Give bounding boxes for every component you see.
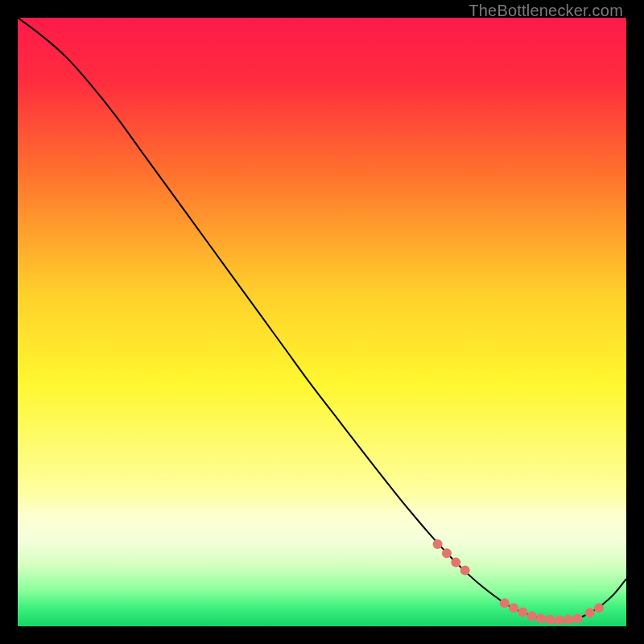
chart-frame: TheBottlenecker.com	[0, 0, 644, 644]
plot-area	[18, 18, 626, 626]
svg-rect-0	[18, 18, 626, 626]
gradient-background	[18, 18, 626, 626]
